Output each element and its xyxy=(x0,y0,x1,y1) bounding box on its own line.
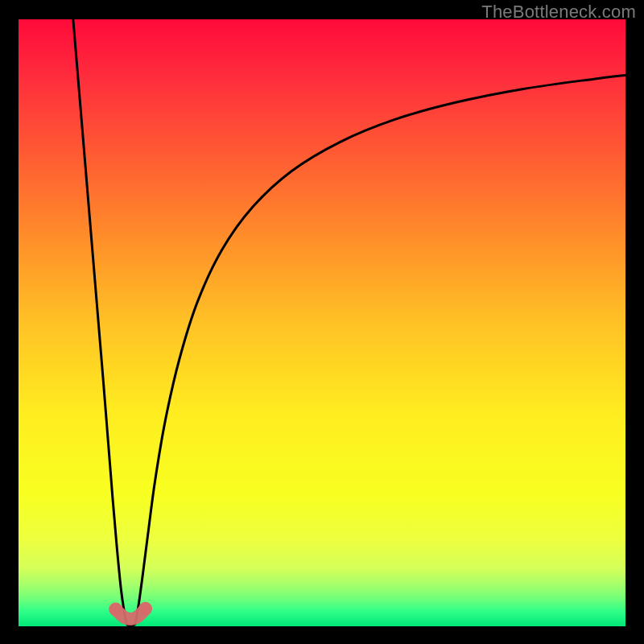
svg-point-0 xyxy=(109,602,122,616)
outer-frame: TheBottleneck.com xyxy=(0,0,644,644)
chart-svg xyxy=(19,19,625,626)
svg-point-1 xyxy=(138,602,152,616)
watermark-text: TheBottleneck.com xyxy=(481,2,636,23)
plot-area xyxy=(19,19,625,626)
gradient-background xyxy=(19,19,625,626)
